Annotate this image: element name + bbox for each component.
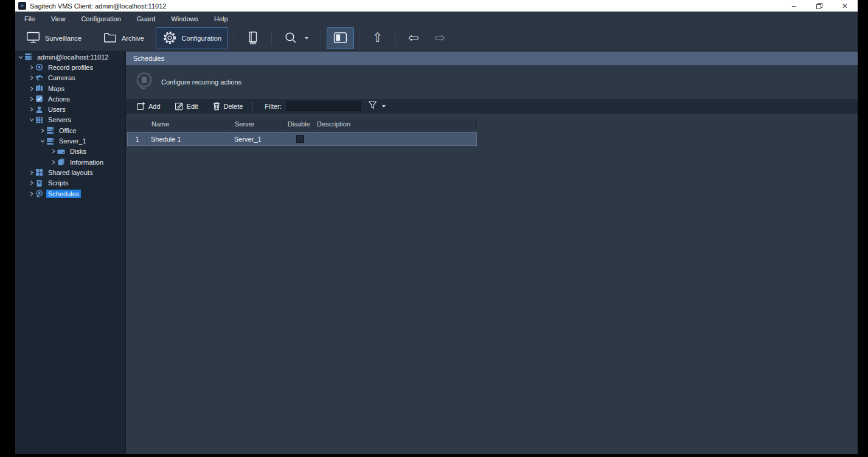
up-arrow-button[interactable]: ⇧: [366, 27, 390, 49]
description-row: Configure recurring actions: [126, 65, 858, 99]
menu-item-file[interactable]: File: [16, 15, 43, 22]
tree-item-admin-localhost-11012[interactable]: admin@localhost:11012: [15, 52, 125, 62]
cell-name: Shedule 1: [147, 132, 231, 145]
shared-layouts-icon: [35, 168, 43, 176]
tree-item-record-profiles[interactable]: Record profiles: [15, 62, 125, 72]
tree-item-schedules[interactable]: Schedules: [15, 188, 125, 199]
tree-item-scripts[interactable]: Scripts: [15, 178, 125, 188]
edit-button[interactable]: Edit: [169, 100, 204, 113]
cell-server: Server_1: [231, 132, 283, 145]
layout-panel-button[interactable]: [327, 27, 354, 49]
chevron-expanded-icon[interactable]: [40, 139, 45, 143]
chevron-collapsed-icon[interactable]: [29, 191, 34, 196]
chevron-collapsed-icon[interactable]: [29, 97, 34, 101]
chevron-collapsed-icon[interactable]: [29, 170, 34, 175]
archive-label: Archive: [122, 35, 144, 42]
panel-description: Configure recurring actions: [161, 78, 241, 86]
action-bar: Add Edit: [126, 99, 858, 114]
monitor-icon: [26, 31, 40, 45]
chevron-collapsed-icon[interactable]: [29, 65, 34, 70]
cell-disable: [283, 132, 313, 145]
chevron-collapsed-icon[interactable]: [51, 149, 56, 154]
table-row[interactable]: 1Shedule 1Server_1: [127, 132, 477, 146]
menubar: FileViewConfigurationGuardWindowsHelp: [15, 12, 858, 26]
toolbar-separator: [359, 30, 360, 46]
menu-item-help[interactable]: Help: [206, 15, 236, 22]
tree-item-maps[interactable]: Maps: [15, 83, 125, 94]
page-title: Schedules: [133, 55, 164, 62]
surveillance-button[interactable]: Surveillance: [19, 27, 88, 49]
server-icon: [46, 137, 54, 145]
chevron-expanded-icon[interactable]: [18, 55, 23, 60]
menu-item-guard[interactable]: Guard: [129, 15, 164, 22]
forward-button[interactable]: ⇨: [428, 27, 452, 49]
chevron-collapsed-icon[interactable]: [51, 160, 56, 165]
toolbar-separator: [395, 30, 396, 46]
chevron-collapsed-icon[interactable]: [29, 86, 34, 91]
menu-item-configuration[interactable]: Configuration: [73, 15, 128, 22]
menu-item-view[interactable]: View: [43, 15, 74, 22]
tree-item-users[interactable]: Users: [15, 104, 125, 114]
tree-item-label: Information: [68, 158, 105, 167]
table-header-row: NameServerDisableDescription: [127, 119, 477, 129]
filter-label: Filter:: [265, 103, 282, 110]
tree-item-label: Record profiles: [46, 63, 95, 72]
sidebar-tree: admin@localhost:11012Record profilesCame…: [15, 51, 126, 454]
disable-checkbox[interactable]: [296, 135, 304, 143]
tree-item-office[interactable]: Office: [15, 125, 125, 136]
chevron-collapsed-icon[interactable]: [40, 128, 45, 133]
configuration-button[interactable]: Configuration: [156, 27, 228, 49]
forward-arrow-icon: ⇨: [434, 32, 445, 44]
toolbar-separator: [321, 30, 321, 46]
back-button[interactable]: ⇦: [401, 27, 426, 49]
chevron-expanded-icon[interactable]: [29, 117, 34, 122]
tree-item-actions[interactable]: Actions: [15, 94, 125, 104]
content-area: admin@localhost:11012Record profilesCame…: [15, 51, 858, 454]
tree-item-servers[interactable]: Servers: [15, 115, 125, 125]
add-icon: [136, 101, 145, 112]
chevron-collapsed-icon[interactable]: [29, 75, 34, 80]
surveillance-label: Surveillance: [45, 35, 82, 42]
archive-button[interactable]: Archive: [97, 27, 151, 49]
close-button[interactable]: ✕: [832, 0, 858, 12]
tree-item-shared-layouts[interactable]: Shared layouts: [15, 167, 125, 177]
tree-item-label: Maps: [46, 84, 66, 93]
edit-label: Edit: [187, 103, 198, 110]
column-header-disable[interactable]: Disable: [284, 119, 313, 129]
window-controls: – ✕: [781, 0, 858, 12]
delete-button[interactable]: Delete: [207, 100, 249, 113]
schedules-icon: [35, 190, 43, 198]
main-panel: Schedules Configure recurring actions: [126, 51, 858, 454]
app-logo-icon: »: [18, 2, 26, 10]
tree-item-server-1[interactable]: Server_1: [15, 136, 125, 146]
chevron-collapsed-icon[interactable]: [29, 107, 34, 112]
schedules-ghost-icon: [134, 71, 154, 93]
panel-header: Schedules: [126, 52, 858, 65]
chevron-collapsed-icon[interactable]: [29, 180, 34, 185]
tree-item-information[interactable]: Information: [15, 157, 125, 167]
layout-panel-icon: [333, 32, 347, 45]
information-icon: [57, 158, 65, 166]
tree-item-cameras[interactable]: Cameras: [15, 73, 125, 83]
tree-item-label: Server_1: [57, 137, 88, 145]
tree-item-disks[interactable]: Disks: [15, 146, 125, 157]
user-icon: [35, 106, 43, 114]
tree-item-label: Cameras: [46, 74, 77, 82]
maximize-button[interactable]: [807, 0, 832, 12]
search-button[interactable]: [277, 27, 315, 49]
menu-item-windows[interactable]: Windows: [163, 15, 206, 22]
search-icon: [284, 31, 297, 46]
column-header-server[interactable]: Server: [231, 119, 284, 129]
column-header-name[interactable]: Name: [148, 119, 231, 129]
column-header-row-number[interactable]: [127, 119, 148, 129]
add-button[interactable]: Add: [131, 100, 166, 113]
record-icon: [35, 63, 43, 71]
servers-icon: [35, 116, 43, 124]
filter-input[interactable]: [286, 101, 361, 111]
filter-funnel-button[interactable]: [368, 101, 386, 112]
column-header-description[interactable]: Description: [313, 119, 477, 129]
schedules-table: NameServerDisableDescription1Shedule 1Se…: [127, 119, 477, 146]
minimize-button[interactable]: –: [781, 0, 807, 12]
logbook-button[interactable]: [240, 27, 266, 49]
folder-icon: [103, 32, 117, 44]
